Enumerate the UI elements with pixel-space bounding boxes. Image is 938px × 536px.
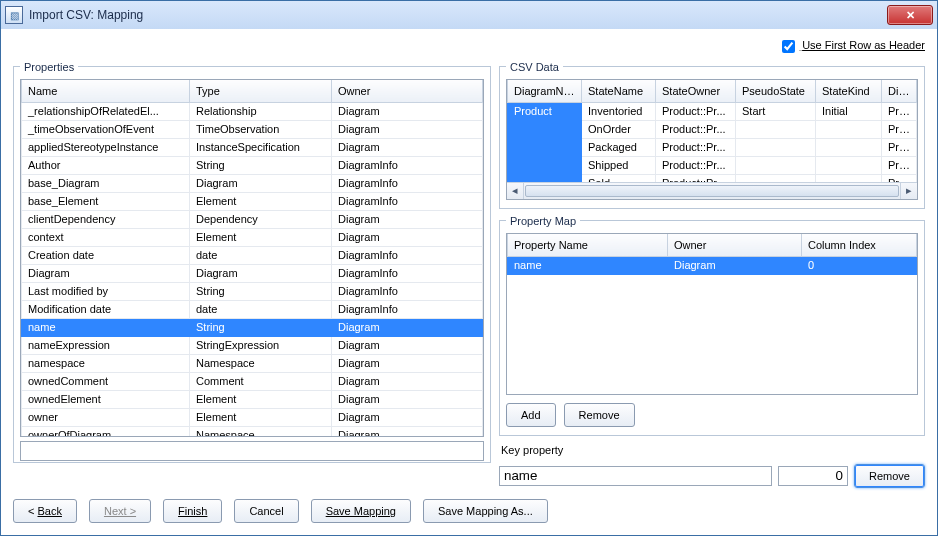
properties-row[interactable]: clientDependencyDependencyDiagram bbox=[22, 210, 483, 228]
properties-table[interactable]: NameTypeOwner _relationshipOfRelatedEl..… bbox=[21, 80, 483, 437]
use-first-row-checkbox-label[interactable]: Use First Row as Header bbox=[782, 39, 925, 51]
csv-horizontal-scrollbar[interactable]: ◂ ▸ bbox=[507, 182, 917, 199]
csv-column-header[interactable]: StateKind bbox=[816, 80, 882, 103]
wizard-footer: < Back Next > Finish Cancel Save Mapping… bbox=[13, 499, 925, 523]
properties-row[interactable]: ownerElementDiagram bbox=[22, 408, 483, 426]
scroll-thumb[interactable] bbox=[525, 185, 899, 197]
properties-row[interactable]: namespaceNamespaceDiagram bbox=[22, 354, 483, 372]
window-title: Import CSV: Mapping bbox=[29, 8, 887, 22]
finish-button[interactable]: Finish bbox=[163, 499, 222, 523]
properties-row[interactable]: Creation datedateDiagramInfo bbox=[22, 246, 483, 264]
properties-row[interactable]: nameStringDiagram bbox=[22, 318, 483, 336]
back-button[interactable]: < Back bbox=[13, 499, 77, 523]
property-map-legend: Property Map bbox=[506, 215, 580, 227]
properties-row[interactable]: nameExpressionStringExpressionDiagram bbox=[22, 336, 483, 354]
csv-table-wrap[interactable]: DiagramNa...StateNameStateOwnerPseudoSta… bbox=[506, 79, 918, 200]
property-map-table[interactable]: Property NameOwnerColumn Index nameDiagr… bbox=[507, 234, 917, 275]
map-column-header[interactable]: Owner bbox=[668, 234, 802, 257]
save-mapping-button[interactable]: Save Mapping bbox=[311, 499, 411, 523]
csv-column-header[interactable]: PseudoState bbox=[736, 80, 816, 103]
csv-row[interactable]: ProductInventoriedProduct::Pr...StartIni… bbox=[508, 102, 917, 120]
csv-row[interactable]: ShippedProduct::Pr...Produc bbox=[508, 156, 917, 174]
scroll-right-icon[interactable]: ▸ bbox=[900, 183, 917, 199]
properties-row[interactable]: _relationshipOfRelatedEl...RelationshipD… bbox=[22, 102, 483, 120]
next-button: Next > bbox=[89, 499, 151, 523]
property-map-group: Property Map Property NameOwnerColumn In… bbox=[499, 215, 925, 436]
properties-row[interactable]: contextElementDiagram bbox=[22, 228, 483, 246]
csv-column-header[interactable]: StateOwner bbox=[656, 80, 736, 103]
csv-column-header[interactable]: DiagramNa... bbox=[508, 80, 582, 103]
map-column-header[interactable]: Property Name bbox=[508, 234, 668, 257]
properties-row[interactable]: ownedCommentCommentDiagram bbox=[22, 372, 483, 390]
csv-row[interactable]: SoldProduct::Pr...Produc bbox=[508, 174, 917, 182]
key-property-label: Key property bbox=[501, 444, 925, 456]
use-first-row-text: Use First Row as Header bbox=[802, 39, 925, 51]
properties-row[interactable]: Last modified byStringDiagramInfo bbox=[22, 282, 483, 300]
properties-row[interactable]: base_ElementElementDiagramInfo bbox=[22, 192, 483, 210]
key-property-name-input[interactable] bbox=[499, 466, 772, 486]
cancel-button[interactable]: Cancel bbox=[234, 499, 298, 523]
close-button[interactable]: ✕ bbox=[887, 5, 933, 25]
csv-row[interactable]: OnOrderProduct::Pr...Produc bbox=[508, 120, 917, 138]
properties-group: Properties NameTypeOwner _relationshipOf… bbox=[13, 61, 491, 463]
csv-table[interactable]: DiagramNa...StateNameStateOwnerPseudoSta… bbox=[507, 80, 917, 182]
properties-table-wrap[interactable]: NameTypeOwner _relationshipOfRelatedEl..… bbox=[20, 79, 484, 437]
csv-data-group: CSV Data DiagramNa...StateNameStateOwner… bbox=[499, 61, 925, 209]
properties-row[interactable]: base_DiagramDiagramDiagramInfo bbox=[22, 174, 483, 192]
use-first-row-checkbox[interactable] bbox=[782, 40, 795, 53]
csv-column-header[interactable]: Diagra bbox=[882, 80, 917, 103]
add-mapping-button[interactable]: Add bbox=[506, 403, 556, 427]
properties-row[interactable]: AuthorStringDiagramInfo bbox=[22, 156, 483, 174]
csv-column-header[interactable]: StateName bbox=[582, 80, 656, 103]
properties-row[interactable]: ownedElementElementDiagram bbox=[22, 390, 483, 408]
map-row[interactable]: nameDiagram0 bbox=[508, 256, 917, 274]
properties-column-header[interactable]: Type bbox=[190, 80, 332, 103]
csv-row[interactable]: PackagedProduct::Pr...Produc bbox=[508, 138, 917, 156]
properties-row[interactable]: ownerOfDiagramNamespaceDiagram bbox=[22, 426, 483, 437]
save-mapping-as-button[interactable]: Save Mapping As... bbox=[423, 499, 548, 523]
property-map-table-wrap[interactable]: Property NameOwnerColumn Index nameDiagr… bbox=[506, 233, 918, 395]
dialog-import-csv-mapping: ▧ Import CSV: Mapping ✕ Use First Row as… bbox=[0, 0, 938, 536]
scroll-left-icon[interactable]: ◂ bbox=[507, 183, 524, 199]
properties-filter-input[interactable] bbox=[20, 441, 484, 461]
key-property-index-input[interactable] bbox=[778, 466, 848, 486]
properties-column-header[interactable]: Owner bbox=[332, 80, 483, 103]
app-icon: ▧ bbox=[5, 6, 23, 24]
properties-column-header[interactable]: Name bbox=[22, 80, 190, 103]
key-property-remove-button[interactable]: Remove bbox=[854, 464, 925, 488]
close-icon: ✕ bbox=[906, 10, 915, 21]
properties-row[interactable]: DiagramDiagramDiagramInfo bbox=[22, 264, 483, 282]
remove-mapping-button[interactable]: Remove bbox=[564, 403, 635, 427]
properties-row[interactable]: Modification datedateDiagramInfo bbox=[22, 300, 483, 318]
properties-row[interactable]: _timeObservationOfEventTimeObservationDi… bbox=[22, 120, 483, 138]
map-column-header[interactable]: Column Index bbox=[802, 234, 917, 257]
properties-row[interactable]: appliedStereotypeInstanceInstanceSpecifi… bbox=[22, 138, 483, 156]
csv-data-legend: CSV Data bbox=[506, 61, 563, 73]
properties-legend: Properties bbox=[20, 61, 78, 73]
titlebar[interactable]: ▧ Import CSV: Mapping ✕ bbox=[1, 1, 937, 30]
